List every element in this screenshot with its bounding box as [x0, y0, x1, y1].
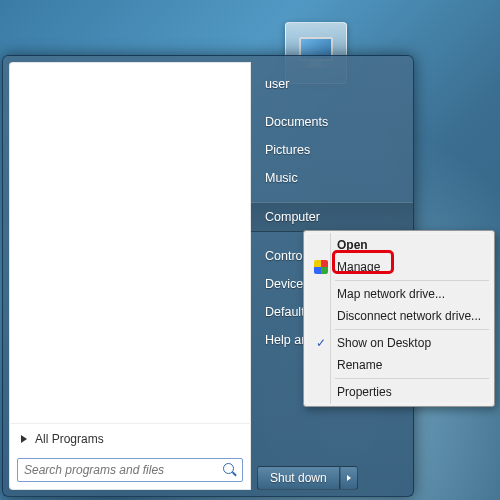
separator: [335, 329, 489, 330]
separator: [335, 280, 489, 281]
context-item-rename[interactable]: Rename: [307, 354, 491, 376]
all-programs-label: All Programs: [35, 432, 104, 446]
context-menu: Open Manage Map network drive... Disconn…: [303, 230, 495, 407]
right-item-user[interactable]: user: [251, 70, 413, 98]
search-box[interactable]: [17, 458, 243, 482]
right-item-pictures[interactable]: Pictures: [251, 136, 413, 164]
context-item-manage[interactable]: Manage: [307, 256, 491, 278]
context-item-disconnect-drive[interactable]: Disconnect network drive...: [307, 305, 491, 327]
start-left-panel: All Programs: [9, 62, 251, 490]
right-item-computer[interactable]: Computer: [251, 202, 413, 232]
context-item-open[interactable]: Open: [307, 234, 491, 256]
check-icon: ✓: [313, 335, 329, 351]
right-item-music[interactable]: Music: [251, 164, 413, 192]
context-item-show-desktop[interactable]: ✓ Show on Desktop: [307, 332, 491, 354]
triangle-right-icon: [21, 435, 27, 443]
right-item-documents[interactable]: Documents: [251, 108, 413, 136]
context-item-map-drive[interactable]: Map network drive...: [307, 283, 491, 305]
search-icon: [222, 462, 238, 478]
context-item-properties[interactable]: Properties: [307, 381, 491, 403]
triangle-right-icon: [347, 475, 351, 481]
search-input[interactable]: [18, 463, 222, 477]
shield-icon: [313, 259, 329, 275]
all-programs-button[interactable]: All Programs: [9, 423, 251, 454]
separator: [335, 378, 489, 379]
shutdown-button[interactable]: Shut down: [257, 466, 340, 490]
shutdown-options-button[interactable]: [340, 466, 358, 490]
